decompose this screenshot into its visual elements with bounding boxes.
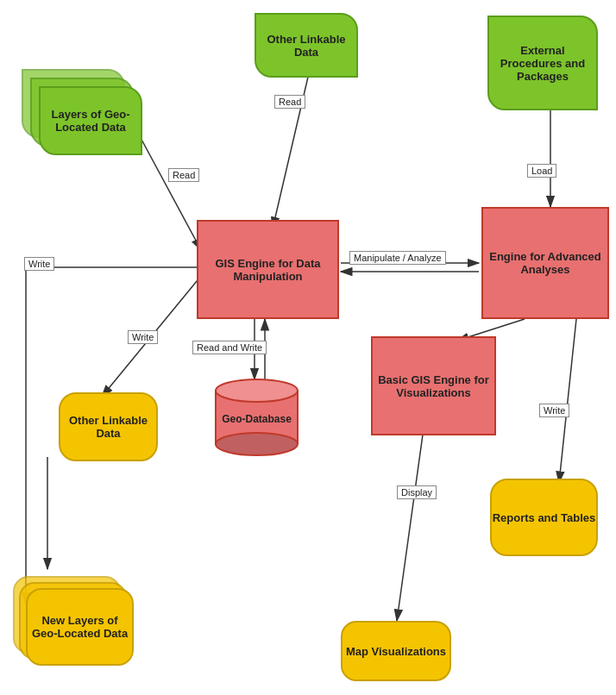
read-write-label: Read and Write bbox=[192, 341, 267, 354]
other-linkable-top-label: Other Linkable Data bbox=[256, 33, 356, 59]
load-label: Load bbox=[527, 164, 556, 178]
gis-engine-node: GIS Engine for Data Manipulation bbox=[197, 220, 339, 319]
external-proc-node: External Procedures and Packages bbox=[487, 16, 598, 110]
layers-geo-label: Layers of Geo-Located Data bbox=[41, 108, 141, 134]
svg-point-18 bbox=[216, 433, 298, 455]
read2-label: Read bbox=[274, 95, 305, 109]
new-layers-label: New Layers of Geo-Located Data bbox=[28, 614, 132, 640]
other-linkable-top-node: Other Linkable Data bbox=[255, 13, 358, 78]
gis-engine-label: GIS Engine for Data Manipulation bbox=[198, 257, 337, 283]
reports-tables-label: Reports and Tables bbox=[493, 511, 596, 524]
svg-text:Geo-Database: Geo-Database bbox=[222, 413, 292, 425]
diagram: Read Read Load Manipulate / Analyze Read… bbox=[0, 0, 616, 695]
map-viz-node: Map Visualizations bbox=[341, 621, 451, 681]
write1-label: Write bbox=[128, 330, 158, 344]
other-linkable-mid-label: Other Linkable Data bbox=[60, 414, 156, 440]
layers-geo-node: Layers of Geo-Located Data bbox=[39, 86, 142, 155]
display-label: Display bbox=[397, 485, 437, 499]
new-layers-node: New Layers of Geo-Located Data bbox=[26, 588, 134, 666]
read1-label: Read bbox=[168, 168, 199, 182]
write3-label: Write bbox=[539, 404, 569, 417]
svg-line-14 bbox=[397, 404, 427, 621]
svg-point-17 bbox=[216, 379, 298, 402]
basic-gis-label: Basic GIS Engine for Visualizations bbox=[373, 373, 494, 399]
manipulate-label: Manipulate / Analyze bbox=[349, 251, 446, 265]
svg-line-2 bbox=[134, 125, 201, 250]
external-proc-label: External Procedures and Packages bbox=[489, 44, 596, 83]
engine-advanced-label: Engine for Advanced Analyses bbox=[483, 250, 607, 276]
map-viz-label: Map Visualizations bbox=[346, 645, 446, 658]
reports-tables-node: Reports and Tables bbox=[490, 479, 598, 556]
basic-gis-node: Basic GIS Engine for Visualizations bbox=[371, 336, 496, 435]
other-linkable-mid-node: Other Linkable Data bbox=[59, 392, 158, 461]
write2-label: Write bbox=[24, 257, 54, 271]
geo-database-node: Geo-Database bbox=[211, 375, 302, 457]
engine-advanced-node: Engine for Advanced Analyses bbox=[481, 207, 609, 319]
svg-line-15 bbox=[559, 319, 576, 483]
